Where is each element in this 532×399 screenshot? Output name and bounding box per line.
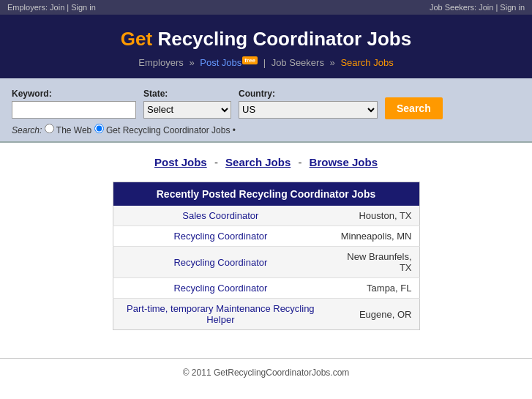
state-field-group: State: Select ALAKAZAR CACOCTDE FLGAHIID…: [143, 89, 231, 119]
country-label: Country:: [239, 89, 378, 99]
job-location-cell: Eugene, OR: [328, 299, 419, 330]
job-title-cell: Part-time, temporary Maintenance Recycli…: [113, 299, 328, 330]
job-title-cell: Recycling Coordinator: [113, 278, 328, 299]
radio-web[interactable]: [45, 124, 54, 133]
job-title-link[interactable]: Sales Coordinator: [182, 210, 258, 221]
state-select[interactable]: Select ALAKAZAR CACOCTDE FLGAHIID ILINIA…: [143, 101, 231, 119]
table-row: Recycling CoordinatorTampa, FL: [113, 278, 419, 299]
header-nav: Employers » Post Jobsfree | Job Seekers …: [7, 56, 525, 68]
footer: © 2011 GetRecyclingCoordinatorJobs.com: [0, 358, 532, 387]
title-get: Get: [121, 28, 152, 50]
post-jobs-link[interactable]: Post Jobs: [154, 156, 207, 168]
table-row: Recycling CoordinatorNew Braunfels, TX: [113, 247, 419, 278]
main-content: Post Jobs - Search Jobs - Browse Jobs Re…: [0, 143, 532, 343]
country-field-group: Country: US CA UK AU: [239, 89, 378, 119]
search-radio-label: Search:: [12, 125, 42, 135]
jobs-table-header: Recently Posted Recycling Coordinator Jo…: [113, 182, 419, 206]
table-row: Sales CoordinatorHouston, TX: [113, 206, 419, 226]
keyword-label: Keyword:: [12, 89, 136, 99]
job-location-cell: Minneapolis, MN: [328, 226, 419, 247]
radio-site-label: Get Recycling Coordinator Jobs: [106, 125, 230, 135]
footer-text: © 2011 GetRecyclingCoordinatorJobs.com: [183, 368, 350, 378]
country-select[interactable]: US CA UK AU: [239, 101, 378, 119]
job-title-cell: Sales Coordinator: [113, 206, 328, 226]
browse-jobs-link[interactable]: Browse Jobs: [310, 156, 378, 168]
top-bar: Employers: Join | Sign in Job Seekers: J…: [0, 0, 532, 15]
job-title-cell: Recycling Coordinator: [113, 247, 328, 278]
free-badge: free: [242, 56, 258, 64]
job-location-cell: Houston, TX: [328, 206, 419, 226]
header: Get Recycling Coordinator Jobs Employers…: [0, 15, 532, 78]
job-title-link[interactable]: Part-time, temporary Maintenance Recycli…: [127, 303, 315, 325]
nav-jobseekers-label: Job Seekers: [271, 57, 324, 68]
job-location-cell: Tampa, FL: [328, 278, 419, 299]
radio-web-label: The Web: [56, 125, 91, 135]
jobseekers-topbar: Job Seekers: Join | Sign in: [430, 3, 525, 12]
job-title-cell: Recycling Coordinator: [113, 226, 328, 247]
keyword-field-group: Keyword:: [12, 89, 136, 119]
jobs-table: Recently Posted Recycling Coordinator Jo…: [113, 182, 420, 330]
page-title: Get Recycling Coordinator Jobs: [7, 28, 525, 51]
job-title-link[interactable]: Recycling Coordinator: [173, 231, 267, 242]
job-location-cell: New Braunfels, TX: [328, 247, 419, 278]
nav-searchjobs-link[interactable]: Search Jobs: [340, 57, 393, 68]
nav-employers-label: Employers: [138, 57, 183, 68]
search-radio-line: Search: The Web Get Recycling Coordinato…: [12, 124, 520, 135]
search-area: Keyword: State: Select ALAKAZAR CACOCTDE…: [0, 78, 532, 143]
employers-topbar: Employers: Join | Sign in: [7, 3, 96, 12]
keyword-input[interactable]: [12, 101, 136, 119]
nav-postjobs-link[interactable]: Post Jobsfree: [200, 57, 258, 68]
title-rest: Recycling Coordinator Jobs: [152, 28, 411, 50]
main-links: Post Jobs - Search Jobs - Browse Jobs: [22, 156, 510, 168]
job-title-link[interactable]: Recycling Coordinator: [173, 257, 267, 268]
table-row: Part-time, temporary Maintenance Recycli…: [113, 299, 419, 330]
radio-site[interactable]: [94, 124, 104, 133]
search-jobs-link[interactable]: Search Jobs: [225, 156, 291, 168]
table-row: Recycling CoordinatorMinneapolis, MN: [113, 226, 419, 247]
state-label: State:: [143, 89, 231, 99]
search-button[interactable]: Search: [385, 97, 443, 119]
search-fields: Keyword: State: Select ALAKAZAR CACOCTDE…: [12, 87, 520, 119]
job-title-link[interactable]: Recycling Coordinator: [173, 283, 267, 294]
